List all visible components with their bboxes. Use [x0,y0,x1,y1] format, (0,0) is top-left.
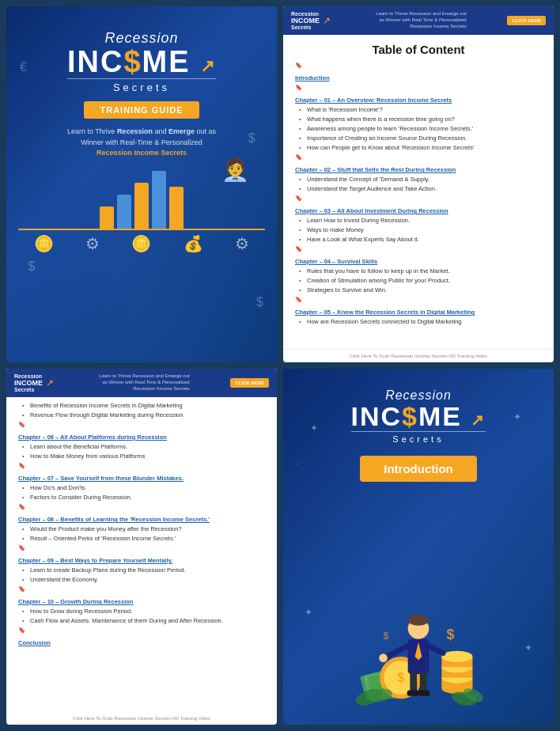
toc-ch5-link[interactable]: Chapter – 05 – Know the Recession Secret… [295,308,542,317]
toc-intro-link[interactable]: Introduction [295,74,542,83]
bookmark-icon-ch6: 🔖 [18,421,25,428]
tagline-text-2: Winner with Real-Time & Personalized [81,138,202,146]
toc-logo-area: Recession INCOME Secrets ↗ [291,11,331,30]
svg-point-9 [441,651,472,662]
toc2-header-right: Learn to Thrive Recession and Emerge out… [95,373,190,392]
cover-training-badge: TRAINING GUIDE [84,101,199,119]
toc-bullet: Strategies to Survive and Win. [295,286,542,295]
intro-arrow-icon: ↗ [471,411,486,429]
toc-bullet: Understand the Target Audience and Take … [295,184,542,194]
svg-point-15 [408,615,429,626]
bar-3 [134,183,149,230]
toc-title: Table of Content [283,43,554,56]
toc-logo-income: INCOME [291,17,320,25]
toc-cta-button[interactable]: CLICK HERE [507,16,546,25]
toc2-header-bar: Recession INCOME Secrets ↗ Learn to Thri… [6,369,277,397]
toc2-bullet: How to Make Money from various Platforms [18,452,265,461]
toc-bullet: Importance of Creating an Income Source … [295,134,542,143]
gear-icon-2: ⚙ [235,234,249,253]
toc2-logo: Recession INCOME Secrets [14,373,43,392]
toc2-ch10-link[interactable]: Chapter – 10 – Growth During Recession [18,597,265,607]
toc2-header-tagline: Learn to Thrive Recession and Emerge out… [99,373,189,391]
coin-icons: 🪙 ⚙ 🪙 💰 ⚙ [18,234,265,253]
toc-content: 🔖 Introduction 🔖 Chapter – 01 – An Overv… [283,61,554,349]
toc-bullet: How are Recession Secrets connected to D… [295,317,542,327]
toc2-ch8-link[interactable]: Chapter – 08 – Benefits of Learning the … [18,515,265,525]
toc2-bullet: How to Grow during Recession Period. [18,607,265,616]
svg-line-17 [387,646,408,657]
toc-logo: Recession INCOME Secrets [291,11,320,30]
income-letters: INC$ME [67,45,191,78]
bar-1 [100,206,114,230]
tagline-highlight: Recession Income Secrets [96,149,187,157]
intro-badge: Introduction [360,456,476,482]
bookmark-icon-ch4: 🔖 [295,245,302,252]
toc2-content: Benefits of Recession Income Secrets in … [6,397,277,712]
svg-text:$: $ [397,671,404,684]
bookmark-icon-ch5: 🔖 [295,296,302,303]
toc2-bullet: Learn to create Backup Plans during the … [18,566,265,575]
toc-bullet: Learn How to Invest During Recession. [295,216,542,225]
bookmark-icon-ch9: 🔖 [18,544,25,551]
bookmark-icon-ch1: 🔖 [295,84,302,91]
intro-secrets-text: Secrets [351,431,486,444]
bookmark-icon-ch10: 🔖 [18,585,25,593]
toc-footer[interactable]: Click Here To Grab Recession Income Secr… [283,349,554,362]
svg-text:$: $ [447,627,455,642]
cover-illustration: 🧑‍💼 🪙 ⚙ 🪙 💰 ⚙ [18,163,265,351]
toc-bullet: Awareness among people to learn 'Recessi… [295,124,542,134]
toc-bullet: Understand the Concept of 'Demand & Supp… [295,175,542,184]
toc-bullet: What is 'Recession Income'? [295,105,542,115]
baseline [18,229,265,230]
toc2-bullet: Understand the Economy. [18,575,265,585]
toc-ch4-link[interactable]: Chapter – 04 – Survival Skills [295,257,542,267]
bookmark-icon-intro: 🔖 [295,62,302,69]
toc2-bullet: Cash Flow and Assets: Maintenance of the… [18,616,265,626]
toc-bullet: How can People get to Know about 'Recess… [295,143,542,153]
sparkle-2: ✦ [513,411,521,422]
toc-ch1-link[interactable]: Chapter – 01 – An Overview: Recession In… [295,96,542,105]
toc-header-right: Learn to Thrive Recession and Emerge out… [372,11,467,29]
intro-income-letters: INC$ME [351,401,462,431]
bar-5 [169,187,184,230]
toc-ch3-link[interactable]: Chapter – 03 – All About Investment Duri… [295,206,542,216]
toc2-bullet: Result – Oriented Perks of 'Recession In… [18,534,265,544]
cover-recession-text: Recession [67,30,216,47]
bookmark-icon-ch8: 🔖 [18,503,25,510]
coin-1: 🪙 [34,234,54,253]
toc2-logo-icon: ↗ [46,377,54,388]
toc-bullet: Ways to make Money [295,225,542,235]
svg-rect-20 [410,672,417,693]
float-dollar-1: $ [248,131,255,146]
svg-line-19 [429,646,443,653]
cover-title-block: Recession INC$ME ↗ Secrets [67,30,216,93]
toc-bullet: Creation of Stimulation among Public for… [295,276,542,286]
sparkle-3: · [297,458,299,469]
toc2-cta-button[interactable]: CLICK HERE [230,378,269,388]
cover-arrow-icon: ↗ [200,56,216,76]
tagline-text: Learn to Thrive Recession and Emerge out… [67,127,216,135]
cover-income-text: INC$ME ↗ [67,47,216,77]
toc2-bullet: How Do's and Don'ts. [18,483,265,493]
intro-illustration: $ $ $ [295,490,542,713]
toc-header-bar: Recession INCOME Secrets ↗ Learn to Thri… [283,6,554,35]
toc-bullet: Rules that you have to follow to keep up… [295,267,542,276]
bookmark-icon-ch3: 🔖 [295,195,302,202]
toc2-ch6-link[interactable]: Chapter – 06 – All About Platforms durin… [18,433,265,442]
intro-person-svg: $ $ $ [347,586,490,713]
toc2-conclusion-link[interactable]: Conclusion [18,638,265,648]
book-cover-panel: € $ $ $ Recession INC$ME ↗ Secrets TRAIN… [6,6,277,362]
toc2-footer[interactable]: Click Here To Grab Recession Income Secr… [6,712,277,725]
bar-4 [152,171,166,230]
toc-ch2-link[interactable]: Chapter – 02 – Stuff that Sells the Rest… [295,165,542,175]
intro-panel: ✦ ✦ · ✦ ✦ Recession INC$ME ↗ Secrets Int… [283,369,554,725]
gear-icon: ⚙ [85,234,100,253]
intro-income-text: INC$ME ↗ [351,403,486,430]
bookmark-icon-conclusion: 🔖 [18,627,25,634]
toc2-ch7-link[interactable]: Chapter – 07 – Save Yourself from these … [18,474,265,483]
toc2-ch9-link[interactable]: Chapter – 09 – Best Ways to Prepare Your… [18,556,265,566]
toc-bullet: What happens when there is a recession t… [295,115,542,124]
toc-header-tagline: Learn to Thrive Recession and Emerge out… [376,11,466,28]
cover-secrets-text: Secrets [67,78,216,93]
toc2-logo-income: INCOME [14,379,43,387]
